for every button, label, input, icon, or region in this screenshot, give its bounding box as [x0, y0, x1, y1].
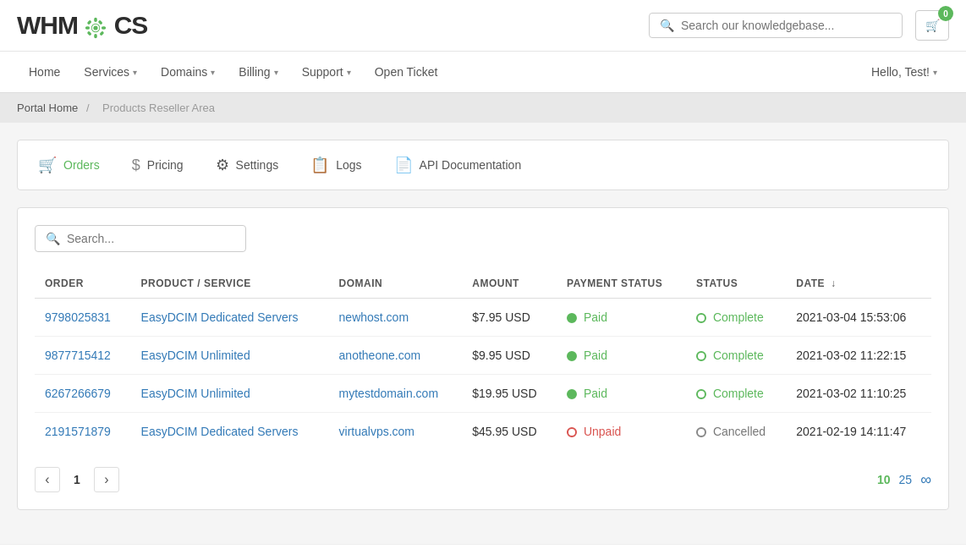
product-service[interactable]: EasyDCIM Unlimited [131, 337, 329, 375]
logo-gear-icon [85, 17, 107, 39]
tab-settings-label: Settings [236, 158, 279, 172]
status-label: Complete [713, 310, 764, 324]
col-payment-status: PAYMENT STATUS [557, 269, 686, 299]
domains-dropdown-arrow: ▾ [211, 68, 215, 77]
tab-orders[interactable]: 🛒 Orders [35, 151, 103, 179]
breadcrumb: Portal Home / Products Reseller Area [0, 93, 966, 123]
order-number[interactable]: 6267266679 [35, 375, 131, 413]
order-number[interactable]: 9798025831 [35, 299, 131, 337]
footer: Powered by WHMCompleteSolution [0, 544, 966, 560]
breadcrumb-parent[interactable]: Portal Home [17, 102, 78, 114]
tab-logs-label: Logs [336, 158, 361, 172]
nav-item-open-ticket[interactable]: Open Ticket [363, 52, 450, 92]
svg-rect-2 [95, 34, 97, 38]
date: 2021-02-19 14:11:47 [786, 413, 931, 451]
cart-badge: 0 [938, 6, 953, 21]
col-amount: AMOUNT [462, 269, 557, 299]
api-docs-icon: 📄 [394, 156, 413, 174]
date: 2021-03-02 11:10:25 [786, 375, 931, 413]
svg-rect-5 [87, 20, 92, 25]
status: Complete [686, 299, 786, 337]
payment-status-label: Paid [584, 387, 607, 400]
payment-status-dot [567, 427, 577, 437]
date-sort-icon: ↓ [831, 277, 837, 289]
status: Cancelled [686, 413, 786, 451]
user-dropdown-arrow: ▾ [933, 68, 937, 77]
product-service[interactable]: EasyDCIM Dedicated Servers [131, 413, 329, 451]
nav-item-billing[interactable]: Billing ▾ [227, 52, 289, 92]
status-dot [696, 389, 706, 399]
tab-pricing[interactable]: $ Pricing [129, 151, 187, 179]
current-page: 1 [67, 469, 87, 490]
services-dropdown-arrow: ▾ [133, 68, 137, 77]
status-dot [696, 351, 706, 361]
pagination-row: ‹ 1 › 10 25 ∞ [35, 467, 931, 492]
user-menu[interactable]: Hello, Test! ▾ [859, 52, 949, 92]
order-number[interactable]: 2191571879 [35, 413, 131, 451]
status: Complete [686, 375, 786, 413]
payment-status-dot [567, 389, 577, 399]
cart-button[interactable]: 🛒 0 [915, 10, 949, 41]
tab-settings[interactable]: ⚙ Settings [212, 151, 283, 179]
knowledgebase-search-input[interactable] [681, 19, 892, 32]
pager: ‹ 1 › [35, 467, 119, 492]
payment-status: Paid [557, 299, 686, 337]
col-product: PRODUCT / SERVICE [131, 269, 329, 299]
nav-item-domains[interactable]: Domains ▾ [149, 52, 227, 92]
per-page-all[interactable]: ∞ [920, 471, 931, 489]
payment-status: Paid [557, 375, 686, 413]
domain[interactable]: virtualvps.com [329, 413, 463, 451]
svg-rect-1 [95, 18, 97, 22]
billing-dropdown-arrow: ▾ [274, 68, 278, 77]
payment-status-label: Unpaid [584, 425, 621, 438]
logo-text: WHM C [17, 11, 147, 40]
svg-rect-3 [85, 26, 90, 29]
product-service[interactable]: EasyDCIM Unlimited [131, 375, 329, 413]
status: Complete [686, 337, 786, 375]
nav-item-support[interactable]: Support ▾ [290, 52, 363, 92]
breadcrumb-current: Products Reseller Area [102, 102, 215, 114]
nav-item-home[interactable]: Home [17, 52, 72, 92]
main-nav: Home Services ▾ Domains ▾ Billing ▾ Supp… [0, 52, 966, 93]
col-date[interactable]: DATE ↓ [786, 269, 931, 299]
svg-point-10 [94, 25, 98, 30]
orders-search-icon: 🔍 [46, 232, 60, 245]
tab-pricing-label: Pricing [147, 158, 184, 172]
orders-search[interactable]: 🔍 [35, 225, 246, 252]
search-icon: 🔍 [660, 19, 674, 32]
tab-orders-label: Orders [63, 158, 100, 172]
table-row: 6267266679 EasyDCIM Unlimited mytestdoma… [35, 375, 931, 413]
domain[interactable]: mytestdomain.com [329, 375, 463, 413]
breadcrumb-separator: / [86, 102, 92, 114]
status-dot [696, 427, 706, 437]
orders-table: ORDER PRODUCT / SERVICE DOMAIN AMOUNT PA… [35, 269, 931, 450]
product-service[interactable]: EasyDCIM Dedicated Servers [131, 299, 329, 337]
tab-api-docs[interactable]: 📄 API Documentation [391, 151, 525, 179]
tab-api-docs-label: API Documentation [420, 158, 522, 172]
knowledgebase-search[interactable]: 🔍 [649, 13, 903, 38]
status-label: Complete [713, 387, 764, 400]
orders-search-input[interactable] [67, 232, 235, 245]
svg-rect-8 [87, 31, 92, 36]
nav-item-services[interactable]: Services ▾ [72, 52, 149, 92]
date: 2021-03-02 11:22:15 [786, 337, 931, 375]
prev-page-button[interactable]: ‹ [35, 467, 60, 492]
next-page-button[interactable]: › [94, 467, 119, 492]
logs-icon: 📋 [310, 156, 329, 174]
tab-logs[interactable]: 📋 Logs [307, 151, 365, 179]
per-page-selector: 10 25 ∞ [877, 471, 931, 489]
settings-icon: ⚙ [216, 156, 229, 174]
domain[interactable]: newhost.com [329, 299, 463, 337]
amount: $19.95 USD [462, 375, 557, 413]
svg-rect-6 [100, 31, 105, 36]
order-number[interactable]: 9877715412 [35, 337, 131, 375]
table-row: 9798025831 EasyDCIM Dedicated Servers ne… [35, 299, 931, 337]
orders-icon: 🛒 [38, 156, 57, 174]
header-right: 🔍 🛒 0 [649, 10, 949, 41]
cart-icon: 🛒 [925, 19, 940, 32]
status-dot [696, 313, 706, 323]
per-page-25[interactable]: 25 [899, 473, 913, 486]
col-domain: DOMAIN [329, 269, 463, 299]
per-page-10[interactable]: 10 [877, 473, 891, 486]
domain[interactable]: anotheone.com [329, 337, 463, 375]
